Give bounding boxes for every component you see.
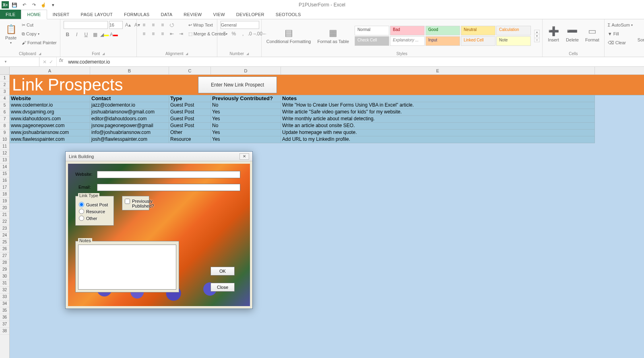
style-input[interactable]: Input [425, 36, 460, 46]
notes-textarea[interactable] [78, 245, 176, 290]
cell[interactable]: Yes [211, 136, 281, 143]
increase-decimal-icon[interactable]: .0→ [248, 30, 256, 38]
bold-button[interactable]: B [64, 31, 72, 39]
row-header[interactable]: 29 [0, 266, 9, 273]
cut-button[interactable]: ✂Cut [21, 21, 58, 29]
row-header[interactable]: 20 [0, 205, 9, 212]
cell[interactable]: josh@flawlesspainter.com [90, 136, 169, 143]
row-header[interactable]: 36 [0, 314, 9, 321]
tab-data[interactable]: DATA [155, 10, 178, 19]
row-header[interactable]: 19 [0, 198, 9, 205]
cell[interactable]: Guest Post [169, 102, 211, 109]
row-header[interactable]: 13 [0, 157, 9, 164]
sort-filter-button[interactable]: ⇅Sort & Filter [635, 21, 644, 47]
insert-cells-button[interactable]: ➕Insert [545, 21, 562, 47]
save-icon[interactable]: 💾 [10, 1, 19, 9]
cell[interactable]: Yes [211, 116, 281, 123]
fill-color-button[interactable]: ◢▬ [101, 31, 109, 39]
row-header[interactable]: 7 [0, 116, 9, 123]
ok-button[interactable]: OK [211, 267, 235, 276]
paste-button[interactable]: 📋 Paste▾ [2, 21, 19, 47]
row-header[interactable]: 4 [0, 95, 9, 102]
row-header[interactable]: 38 [0, 328, 9, 335]
cell[interactable]: Add URL to my LinkedIn profile. [281, 136, 595, 143]
style-linked-cell[interactable]: Linked Cell [461, 36, 495, 46]
row-header[interactable]: 22 [0, 218, 9, 225]
cell[interactable]: Write article "Safe video games for kids… [281, 109, 595, 116]
style-calculation[interactable]: Calculation [496, 26, 531, 35]
cell[interactable]: jsnow.pageonepower@gmail [90, 123, 169, 130]
qat-customize-icon[interactable]: ▾ [49, 1, 57, 9]
undo-icon[interactable]: ↶ [20, 1, 28, 9]
cell[interactable]: Other [169, 130, 211, 136]
styles-gallery-scroll[interactable]: ▴▾▿ [534, 30, 540, 42]
email-input[interactable] [97, 184, 240, 191]
cell[interactable]: www.codementor.io [10, 102, 90, 109]
enter-new-prospect-button[interactable]: Enter New Link Prospect [198, 76, 277, 93]
row-header[interactable]: 23 [0, 225, 9, 232]
tab-review[interactable]: REVIEW [178, 10, 207, 19]
row-header[interactable]: 9 [0, 130, 9, 136]
border-button[interactable]: ▦ [91, 31, 99, 39]
cell[interactable]: Guest Post [169, 109, 211, 116]
row-header[interactable]: 25 [0, 239, 9, 246]
header-contact[interactable]: Contact [90, 95, 169, 102]
table-row[interactable]: www.dvsgaming.orgjoshuabriansnow@gmail.c… [10, 109, 644, 116]
close-button[interactable]: Close [211, 283, 235, 292]
row-header[interactable]: 3 [0, 88, 9, 95]
fill-button[interactable]: ▼Fill [607, 30, 634, 38]
row-header[interactable]: 31 [0, 280, 9, 287]
indent-increase-icon[interactable]: ⇥ [177, 30, 185, 38]
align-top-icon[interactable]: ≡ [140, 21, 148, 29]
row-header[interactable]: 18 [0, 191, 9, 198]
row-header[interactable]: 16 [0, 177, 9, 184]
style-normal[interactable]: Normal [355, 26, 389, 35]
row-header[interactable]: 5 [0, 102, 9, 109]
formula-input[interactable] [66, 57, 644, 66]
align-middle-icon[interactable]: ≡ [149, 21, 157, 29]
align-left-icon[interactable]: ≡ [140, 30, 148, 38]
align-right-icon[interactable]: ≡ [159, 30, 167, 38]
empty-row[interactable] [10, 143, 644, 150]
row-header[interactable]: 15 [0, 171, 9, 177]
format-cells-button[interactable]: ▭Format [583, 21, 602, 47]
style-bad[interactable]: Bad [390, 26, 425, 35]
row-header[interactable]: 26 [0, 246, 9, 253]
orientation-icon[interactable]: ⭯ [168, 21, 176, 29]
font-color-button[interactable]: A▬ [110, 31, 118, 39]
col-header-c[interactable]: C [169, 67, 211, 74]
cell[interactable]: Yes [211, 130, 281, 136]
tab-home[interactable]: HOME [21, 10, 47, 19]
cell[interactable]: Resource [169, 136, 211, 143]
table-row[interactable]: www.joshuabriansnow.cominfo@joshuabrians… [10, 130, 644, 136]
row-header[interactable]: 11 [0, 143, 9, 150]
clear-button[interactable]: ⌫Clear [607, 39, 634, 47]
cell[interactable]: Write monthly article about metal detect… [281, 116, 595, 123]
row-header[interactable]: 8 [0, 123, 9, 130]
redo-icon[interactable]: ↷ [30, 1, 38, 9]
row-header[interactable]: 32 [0, 287, 9, 294]
tab-developer[interactable]: DEVELOPER [231, 10, 270, 19]
tab-view[interactable]: VIEW [208, 10, 231, 19]
tab-formulas[interactable]: FORMULAS [118, 10, 155, 19]
accounting-icon[interactable]: $ [221, 30, 229, 38]
col-header-a[interactable]: A [10, 67, 90, 74]
close-icon[interactable]: ✕ [239, 153, 249, 160]
header-type[interactable]: Type [169, 95, 211, 102]
row-header[interactable]: 14 [0, 164, 9, 171]
tab-insert[interactable]: INSERT [47, 10, 75, 19]
font-size-combo[interactable] [109, 21, 123, 29]
header-website[interactable]: Website [10, 95, 90, 102]
table-row[interactable]: www.pageonepower.comjsnow.pageonepower@g… [10, 123, 644, 130]
col-header-b[interactable]: B [90, 67, 169, 74]
header-prev[interactable]: Previously Contributed? [211, 95, 281, 102]
autosum-button[interactable]: ΣAutoSum▾ [607, 21, 634, 29]
percent-icon[interactable]: % [230, 30, 238, 38]
col-header-d[interactable]: D [211, 67, 281, 74]
tab-file[interactable]: FILE [0, 10, 21, 19]
col-header-e[interactable]: E [281, 67, 595, 74]
row-header[interactable]: 27 [0, 253, 9, 259]
empty-row[interactable] [10, 328, 644, 335]
cell[interactable]: Write an article about onsite SEO. [281, 123, 595, 130]
font-launcher-icon[interactable]: ◢ [102, 52, 105, 56]
